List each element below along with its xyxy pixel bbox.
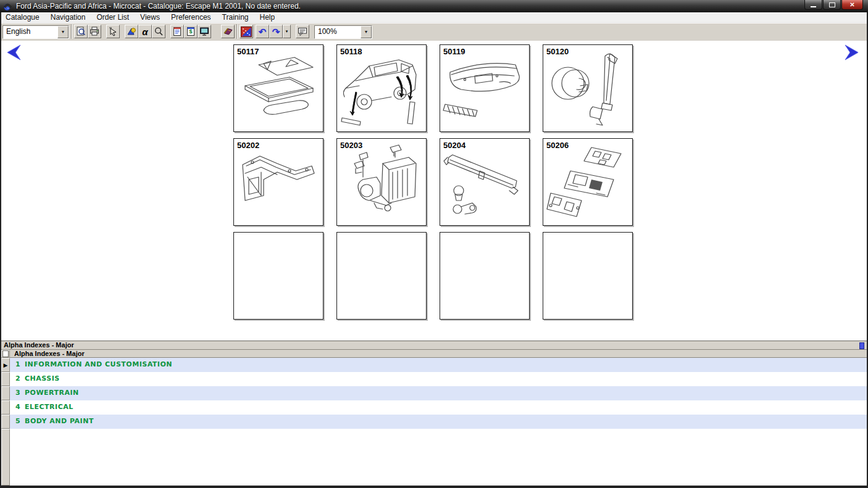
index-number: 3 — [15, 389, 25, 397]
part-number: 50118 — [340, 47, 362, 56]
thumbnail-area: 50117 50118 — [1, 41, 867, 341]
zoom-value: 100% — [315, 26, 361, 38]
maximize-button[interactable] — [823, 0, 841, 10]
part-thumbnail-50118[interactable]: 50118 — [336, 44, 427, 132]
row-selector[interactable] — [1, 386, 10, 400]
part-thumbnail-empty[interactable] — [336, 232, 427, 320]
pointer-select-button[interactable] — [106, 25, 120, 38]
next-page-arrow[interactable] — [843, 44, 859, 60]
engine-mounts-sketch — [337, 139, 426, 225]
sunroof-sketch — [234, 45, 323, 131]
menu-navigation[interactable]: Navigation — [45, 12, 91, 22]
part-thumbnail-50120[interactable]: 50120 — [543, 44, 633, 132]
index-panel-title: Alpha Indexes - Major — [4, 341, 74, 349]
part-number: 50206 — [546, 141, 569, 150]
index-label: BODY AND PAINT — [25, 417, 94, 425]
search-button[interactable] — [152, 25, 165, 38]
graphic-flag-icon — [241, 27, 252, 37]
comment-bubble-icon — [298, 27, 307, 36]
index-row-body-and-paint[interactable]: 5BODY AND PAINT — [1, 415, 867, 429]
row-selector[interactable] — [1, 400, 10, 415]
subframe-sketch — [234, 139, 323, 225]
index-row-electrical[interactable]: 4ELECTRICAL — [1, 400, 867, 415]
minimize-icon — [811, 4, 816, 7]
part-thumbnail-50206[interactable]: 50206 — [543, 138, 633, 226]
undo-button[interactable]: ↶ — [256, 25, 269, 38]
part-number: 50120 — [546, 47, 569, 56]
menu-views[interactable]: Views — [135, 12, 165, 22]
checkbox-icon — [2, 350, 9, 357]
index-row-chassis[interactable]: 2CHASSIS — [1, 372, 867, 386]
panel-splitter-icon[interactable] — [859, 342, 864, 349]
language-select[interactable]: English ▼ — [2, 25, 69, 39]
part-thumbnail-50202[interactable]: 50202 — [233, 138, 323, 226]
part-thumbnail-50204[interactable]: 50204 — [440, 138, 530, 226]
index-number: 5 — [15, 417, 25, 425]
menu-preferences[interactable]: Preferences — [165, 12, 217, 22]
title-bar: Ford Asia-Pacific and Africa - Microcat … — [0, 0, 868, 12]
front-bumper-sketch — [440, 45, 529, 131]
print-button[interactable] — [88, 25, 101, 38]
print-preview-icon — [76, 27, 86, 36]
print-preview-button[interactable] — [74, 25, 88, 38]
combo-arrow-icon[interactable]: ▼ — [361, 26, 372, 38]
graphic-index-button[interactable] — [240, 25, 253, 38]
pointer-arrow-icon — [108, 27, 118, 36]
app-icon — [3, 2, 12, 11]
vehicle-mouldings-sketch — [337, 45, 426, 131]
app-window: Ford Asia-Pacific and Africa - Microcat … — [0, 0, 868, 488]
feedback-button[interactable] — [296, 25, 309, 38]
user-guide-button[interactable] — [221, 25, 235, 38]
index-row-powertrain[interactable]: 3POWERTRAIN — [1, 386, 867, 400]
part-thumbnail-50119[interactable]: 50119 — [440, 44, 530, 132]
redo-history-dropdown[interactable]: ▼ — [283, 25, 291, 38]
toolbar-separator — [236, 24, 238, 39]
part-thumbnail-empty[interactable] — [543, 232, 633, 320]
part-thumbnail-50117[interactable]: 50117 — [233, 44, 323, 132]
window-title: Ford Asia-Pacific and Africa - Microcat … — [16, 0, 301, 12]
index-rows: ▶ 1INFORMATION AND CUSTOMISATION 2CHASSI… — [1, 358, 867, 429]
current-row-pointer-icon: ▶ — [4, 362, 8, 368]
search-icon — [154, 27, 164, 36]
part-thumbnail-empty[interactable] — [440, 232, 530, 320]
dollar-icon: $ — [189, 28, 192, 35]
index-label: INFORMATION AND CUSTOMISATION — [25, 360, 172, 368]
part-number: 50204 — [443, 141, 465, 150]
index-number: 2 — [15, 374, 25, 383]
menu-catalogue[interactable]: Catalogue — [0, 12, 45, 22]
menu-help[interactable]: Help — [254, 12, 281, 22]
screen-view-button[interactable] — [198, 25, 211, 38]
body-panels-sketch — [543, 139, 632, 225]
row-selector[interactable]: ▶ — [1, 358, 10, 372]
dropdown-arrow-icon: ▼ — [285, 30, 289, 33]
contents-index-button[interactable] — [170, 25, 184, 38]
index-row-information[interactable]: ▶ 1INFORMATION AND CUSTOMISATION — [1, 358, 867, 372]
row-selector[interactable] — [1, 415, 10, 429]
parts-grid: 50117 50118 — [233, 44, 633, 320]
parts-graphic-button[interactable] — [125, 25, 138, 38]
undo-icon: ↶ — [259, 27, 267, 36]
redo-button[interactable]: ↷ — [269, 25, 283, 38]
shapes-icon — [127, 27, 136, 36]
menu-order-list[interactable]: Order List — [91, 12, 135, 22]
contents-list-icon — [172, 27, 182, 36]
part-number: 50203 — [340, 141, 362, 150]
index-column-header[interactable]: Alpha Indexes - Major — [10, 350, 867, 358]
alpha-index-button[interactable]: α — [138, 25, 152, 38]
select-all-cell[interactable] — [1, 350, 10, 358]
previous-page-arrow[interactable] — [6, 44, 22, 60]
close-button[interactable]: ✕ — [841, 0, 863, 10]
minimize-button[interactable] — [804, 0, 822, 10]
index-label: POWERTRAIN — [25, 389, 79, 397]
combo-arrow-icon[interactable]: ▼ — [57, 26, 69, 38]
part-thumbnail-50203[interactable]: 50203 — [336, 138, 427, 226]
menu-training[interactable]: Training — [217, 12, 254, 22]
zoom-select[interactable]: 100% ▼ — [314, 25, 372, 39]
book-icon — [223, 27, 233, 36]
part-number: 50202 — [237, 141, 259, 150]
part-number: 50119 — [443, 47, 465, 56]
index-label: ELECTRICAL — [25, 403, 73, 411]
price-list-button[interactable]: $ — [184, 25, 198, 38]
part-thumbnail-empty[interactable] — [233, 232, 323, 320]
row-selector[interactable] — [1, 372, 10, 386]
